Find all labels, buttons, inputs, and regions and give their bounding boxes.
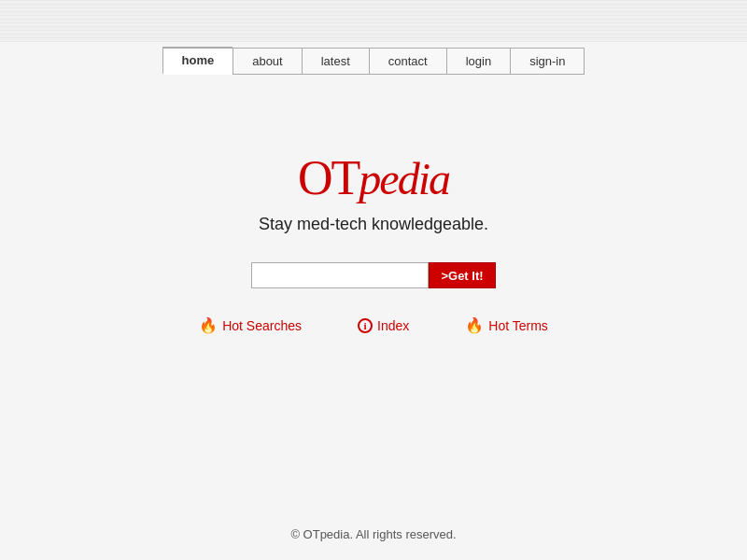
- quick-links-row: 🔥 Hot Searches i Index 🔥 Hot Terms: [199, 316, 548, 334]
- hot-searches-label: Hot Searches: [222, 318, 302, 333]
- footer: © OTpedia. All rights reserved.: [0, 527, 747, 541]
- hot-searches-link[interactable]: 🔥 Hot Searches: [199, 316, 302, 334]
- nav-item-latest[interactable]: latest: [302, 48, 369, 75]
- nav-item-home[interactable]: home: [162, 47, 233, 75]
- site-logo: OTpedia: [298, 149, 449, 205]
- nav-item-about[interactable]: about: [233, 48, 302, 75]
- tagline: Stay med-tech knowledgeable.: [259, 215, 488, 234]
- index-link[interactable]: i Index: [358, 318, 409, 333]
- search-row: >Get It!: [251, 262, 495, 288]
- hot-terms-link[interactable]: 🔥 Hot Terms: [465, 316, 548, 334]
- index-label: Index: [377, 318, 409, 333]
- nav-item-login[interactable]: login: [446, 48, 510, 75]
- fire-icon-hot-searches: 🔥: [199, 316, 218, 334]
- nav-item-contact[interactable]: contact: [369, 48, 446, 75]
- logo-pedia: pedia: [359, 154, 449, 203]
- info-icon-index: i: [358, 318, 373, 333]
- logo-ot: OT: [298, 151, 359, 204]
- footer-text: © OTpedia. All rights reserved.: [290, 527, 456, 541]
- fire-icon-hot-terms: 🔥: [465, 316, 484, 334]
- hot-terms-label: Hot Terms: [488, 318, 548, 333]
- search-input[interactable]: [251, 262, 429, 288]
- main-nav: home about latest contact login sign-in: [0, 0, 747, 75]
- nav-item-signin[interactable]: sign-in: [510, 48, 585, 75]
- main-content: OTpedia Stay med-tech knowledgeable. >Ge…: [0, 149, 747, 334]
- search-button[interactable]: >Get It!: [429, 262, 495, 288]
